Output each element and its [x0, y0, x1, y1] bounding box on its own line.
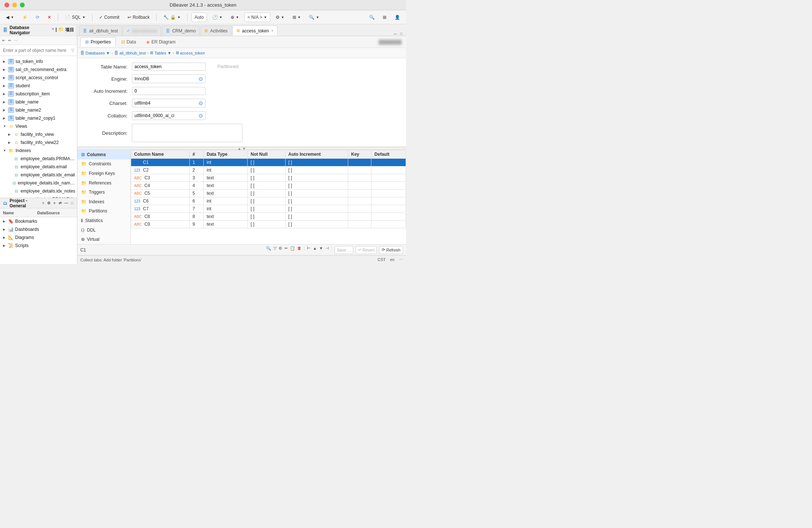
list-item[interactable]: ⊟ employee_details.email	[0, 163, 77, 171]
project-add-btn[interactable]: +	[53, 201, 56, 205]
auto-dropdown[interactable]: Auto	[191, 13, 207, 22]
project-settings-btn[interactable]: ⚙	[46, 201, 51, 205]
sidebar-item-constraints[interactable]: 📁 Constraints	[77, 159, 130, 169]
sidebar-item-partitions[interactable]: 📁 Partitions	[77, 207, 130, 216]
list-item[interactable]: ⊟ employee_details.idx_notes	[0, 187, 77, 195]
target-btn[interactable]: ⊕ ▼	[228, 13, 242, 22]
auto-inc-input[interactable]	[132, 87, 206, 95]
db-nav-close[interactable]: ×	[52, 27, 54, 33]
sidebar-item-triggers[interactable]: 📁 Triggers	[77, 187, 130, 197]
tab-maximize-btn[interactable]: □	[399, 32, 403, 36]
list-item[interactable]: ▶ 田 subscription_item	[0, 90, 77, 98]
charset-select[interactable]: utf8mb4 ⊙	[132, 99, 206, 108]
table-row[interactable]: ABC C9 9 text [ ] [ ]	[131, 221, 406, 228]
settings-btn[interactable]: ⚙ ▼	[273, 13, 287, 22]
sidebar-item-foreign-keys[interactable]: 📁 Foreign Keys	[77, 169, 130, 178]
save-btn[interactable]: Save ...	[335, 246, 353, 254]
table-row[interactable]: 123 C7 7 int [ ] [ ]	[131, 205, 406, 213]
nav-prev-btn[interactable]: ⇐	[7, 38, 12, 42]
tab-data[interactable]: ⊟ Data	[116, 37, 141, 47]
tab-access-token[interactable]: ⊞ access_token ×	[232, 25, 277, 36]
tab-minimize-btn[interactable]: —	[393, 32, 398, 36]
list-item[interactable]: ▶ 田 sal_ch_recommend_extra	[0, 66, 77, 74]
sidebar-item-references[interactable]: 📁 References	[77, 178, 130, 188]
list-item[interactable]: ▶ 田 table_name2_copy1	[0, 114, 77, 122]
minimize-button[interactable]	[12, 3, 17, 7]
description-input[interactable]	[132, 124, 242, 142]
tab-properties[interactable]: ⊞ Properties	[80, 37, 116, 47]
refresh-btn[interactable]: ⟳	[33, 13, 42, 22]
nav-collapse-btn[interactable]: ⇤	[1, 38, 6, 42]
collation-select[interactable]: utf8mb4_0900_ai_ci ⊙	[132, 111, 206, 120]
nav-more-btn[interactable]: ⋯	[13, 38, 18, 42]
window-controls[interactable]	[4, 3, 25, 7]
list-item[interactable]: ▶ 田 sa_token_info	[0, 57, 77, 66]
list-item[interactable]: ⊟ geography_test.PRIMARY	[0, 195, 77, 198]
more-icon[interactable]: ⋯	[399, 257, 403, 262]
project-expand-btn[interactable]: □	[70, 201, 74, 205]
close-button[interactable]	[4, 3, 9, 7]
project-link-btn[interactable]: ⇌	[58, 201, 62, 205]
table-row[interactable]: ABC C5 5 text [ ] [ ]	[131, 190, 406, 197]
tab-close-btn[interactable]: ×	[271, 29, 273, 33]
list-item[interactable]: ▶ 田 student	[0, 82, 77, 90]
rollback-btn[interactable]: ↩ Rollback	[125, 13, 153, 22]
breadcrumb-item-ali[interactable]: 🗄 ali_dbhub_test	[114, 51, 146, 55]
tab-blurred[interactable]: ✓ blurredname	[123, 25, 161, 36]
sql-btn[interactable]: 📄 SQL ▼	[62, 13, 88, 22]
cancel-btn[interactable]: ✕	[45, 13, 54, 22]
revert-btn[interactable]: ↩ Revert	[356, 246, 377, 254]
table-row[interactable]: ABC C8 8 text [ ] [ ]	[131, 213, 406, 221]
maximize-button[interactable]	[20, 3, 25, 7]
sidebar-item-statistics[interactable]: ℹ Statistics	[77, 216, 130, 225]
table-row[interactable]: ABC C4 4 text [ ] [ ]	[131, 182, 406, 190]
search-btn[interactable]: 🔍 ▼	[306, 13, 322, 22]
list-item[interactable]: ▼ ⊙ Views	[0, 122, 77, 130]
search-input[interactable]	[3, 48, 70, 53]
user-btn[interactable]: 👤	[392, 13, 403, 22]
list-item[interactable]: ▶ 田 script_access_control	[0, 74, 77, 82]
connect-btn[interactable]: ⚡	[19, 13, 31, 22]
list-item[interactable]: ▶ ⊙ facility_info_view22	[0, 138, 77, 147]
breadcrumb-item-access-token[interactable]: ⊞ access_token	[176, 50, 205, 55]
table-row[interactable]: 123 C6 6 int [ ] [ ]	[131, 197, 406, 205]
project-minus-btn[interactable]: —	[64, 201, 69, 205]
table-row[interactable]: 123 C2 2 int [ ] [ ]	[131, 166, 406, 174]
sidebar-item-virtual[interactable]: ⊛ Virtual	[77, 235, 130, 244]
list-item[interactable]: ▶ 📊 Dashboards	[0, 225, 77, 233]
table-name-input[interactable]	[132, 63, 206, 71]
sidebar-item-columns[interactable]: ⊞ Columns	[77, 150, 130, 159]
grid-btn[interactable]: ⊞ ▼	[290, 13, 304, 22]
list-item[interactable]: ▶ 田 table_name	[0, 98, 77, 106]
na-dropdown[interactable]: < N/A > ▼	[244, 13, 270, 22]
sidebar-item-ddl[interactable]: ⟨⟩ DDL	[77, 225, 130, 235]
breadcrumb-item-databases[interactable]: 🗄 Databases ▼	[80, 51, 110, 55]
tab-activities[interactable]: ⊞ Activities	[200, 25, 231, 36]
global-search-btn[interactable]: 🔍	[366, 13, 378, 22]
list-item[interactable]: ▶ ⊙ facility_info_view	[0, 130, 77, 138]
refresh-btn[interactable]: ⟳ Refresh	[379, 246, 403, 254]
table-row[interactable]: ABC C3 3 text [ ] [ ]	[131, 174, 406, 182]
panels-btn[interactable]: ⊞	[380, 13, 389, 22]
list-item[interactable]: ⊟ employee_details.PRIMARY	[0, 155, 77, 163]
list-item[interactable]: ▶ 🔖 Bookmarks	[0, 217, 77, 225]
project-close[interactable]: ×	[42, 201, 44, 205]
index-icon: ⊟	[13, 188, 19, 194]
tab-er-diagram[interactable]: ◈ ER Diagram	[141, 37, 180, 47]
tools-btn[interactable]: 🔧 🔒 ▼	[160, 13, 183, 22]
sidebar-item-indexes[interactable]: 📁 Indexes	[77, 197, 130, 207]
list-item[interactable]: ▶ 📐 Diagrams	[0, 233, 77, 242]
breadcrumb-item-tables[interactable]: ⊞ Tables ▼	[150, 50, 171, 55]
engine-select[interactable]: InnoDB ⊙	[132, 74, 206, 83]
list-item[interactable]: ▶ 📜 Scripts	[0, 242, 77, 250]
tab-ali-dbhub-test[interactable]: 🗄 ali_dbhub_test	[79, 25, 122, 36]
list-item[interactable]: ⊟ employee_details.idx_name_last_name	[0, 179, 77, 187]
commit-btn[interactable]: ✓ Commit	[96, 13, 122, 22]
list-item[interactable]: ⊟ employee_details.idx_email	[0, 171, 77, 179]
tab-crm-demo[interactable]: 🗄 CRM_demo	[162, 25, 200, 36]
list-item[interactable]: ▼ 📁 Indexes	[0, 147, 77, 155]
arrow-btn[interactable]: ◀ ▼	[3, 13, 17, 22]
list-item[interactable]: ▶ 田 table_name2	[0, 106, 77, 114]
table-row[interactable]: 123 C1 1 int [ ] [ ]	[131, 159, 406, 166]
clock-btn[interactable]: 🕐 ▼	[209, 13, 225, 22]
